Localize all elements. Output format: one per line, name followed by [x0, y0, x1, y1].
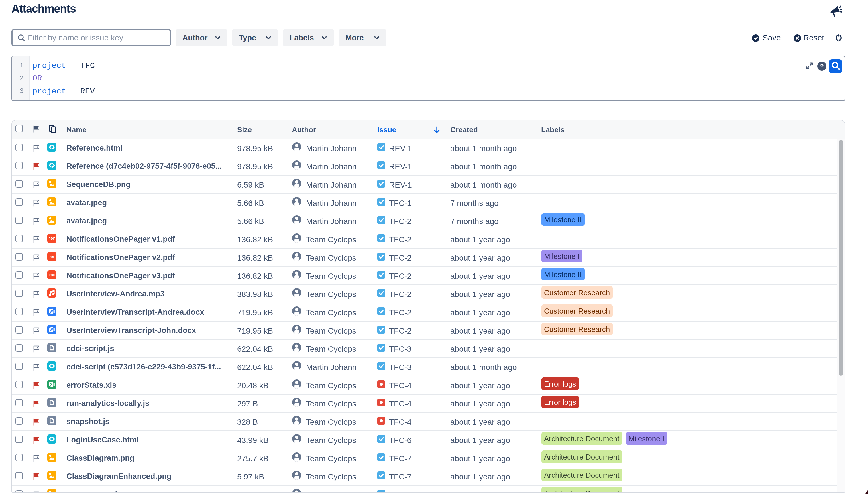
svg-text:?: ? — [820, 63, 823, 70]
svg-text:X: X — [50, 382, 53, 386]
svg-text:PDF: PDF — [48, 236, 55, 240]
svg-text:PDF: PDF — [48, 273, 55, 277]
svg-text:PDF: PDF — [48, 255, 55, 258]
svg-text:W: W — [50, 309, 53, 313]
svg-text:W: W — [50, 327, 53, 331]
